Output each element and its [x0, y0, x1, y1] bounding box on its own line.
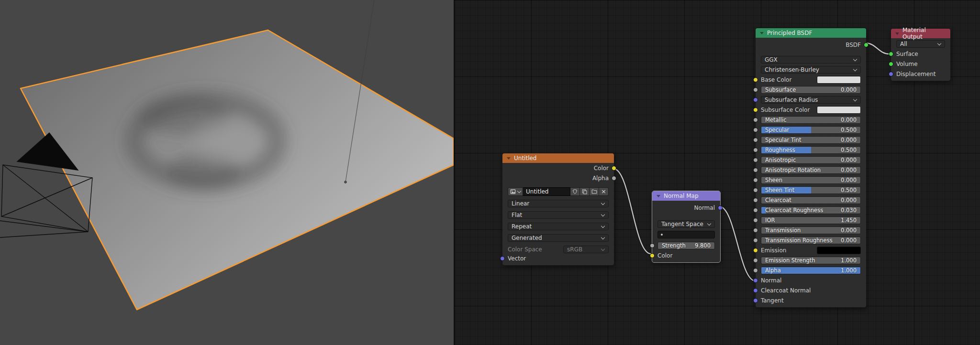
color-swatch-subsurface-color[interactable]: [817, 106, 861, 114]
image-texture-node-header[interactable]: Untitled: [502, 153, 614, 163]
normal-map-node-header[interactable]: Normal Map: [652, 191, 720, 201]
slider-emission-strength[interactable]: Emission Strength1.000: [761, 257, 861, 264]
slider-specular[interactable]: Specular0.500: [761, 126, 861, 134]
slider-specular-tint[interactable]: Specular Tint0.000: [761, 136, 861, 144]
input-label: Displacement: [896, 71, 936, 77]
value-socket[interactable]: [753, 138, 758, 142]
chevron-down-icon: [601, 225, 605, 228]
color-socket[interactable]: [753, 77, 758, 82]
material-output-node[interactable]: Material Output All SurfaceVolumeDisplac…: [891, 28, 951, 81]
value-socket[interactable]: [753, 218, 758, 223]
slider-roughness[interactable]: Roughness0.500: [761, 146, 861, 154]
collapse-icon[interactable]: [895, 32, 899, 35]
slider-value: 0.500: [841, 147, 857, 153]
value-socket[interactable]: [753, 87, 758, 92]
dropdown-subsurface-radius[interactable]: Subsurface Radius: [761, 96, 861, 104]
color-socket[interactable]: [650, 253, 655, 258]
dropdown-repeat[interactable]: Repeat: [508, 223, 609, 230]
value-socket[interactable]: [753, 238, 758, 243]
slider-anisotropic-rotation[interactable]: Anisotropic Rotation0.000: [761, 166, 861, 174]
shader-socket[interactable]: [889, 62, 893, 66]
value-socket[interactable]: [753, 208, 758, 213]
shield-icon: [572, 189, 578, 194]
slider-sheen-tint[interactable]: Sheen Tint0.500: [761, 186, 861, 194]
slider-sheen[interactable]: Sheen0.000: [761, 176, 861, 184]
slider-anisotropic[interactable]: Anisotropic0.000: [761, 156, 861, 164]
vector-socket[interactable]: [500, 256, 505, 261]
shader-socket[interactable]: [889, 52, 893, 56]
color-socket[interactable]: [753, 108, 758, 112]
value-socket[interactable]: [753, 118, 758, 122]
principled-bsdf-node[interactable]: Principled BSDF BSDF GGXChristensen-Burl…: [755, 28, 867, 308]
dropdown-flat[interactable]: Flat: [508, 211, 609, 219]
slider-ior[interactable]: IOR1.450: [761, 216, 861, 224]
value-socket[interactable]: [650, 243, 655, 248]
fake-user-button[interactable]: [570, 187, 580, 196]
collapse-icon[interactable]: [657, 195, 660, 197]
input-label: Normal: [761, 277, 781, 284]
collapse-icon[interactable]: [507, 157, 511, 160]
3d-viewport[interactable]: [0, 0, 454, 345]
slider-value: 0.000: [841, 237, 857, 244]
dropdown-christensen-burley[interactable]: Christensen-Burley: [761, 66, 861, 74]
vector-socket[interactable]: [753, 288, 758, 293]
principled-row-metallic: Metallic0.000: [756, 115, 866, 125]
open-image-button[interactable]: [590, 187, 599, 196]
unlink-image-button[interactable]: ×: [599, 187, 609, 196]
principled-row-ior: IOR1.450: [756, 215, 866, 225]
color-socket[interactable]: [612, 166, 616, 171]
image-browse-button[interactable]: [508, 187, 523, 196]
value-socket[interactable]: [753, 268, 758, 273]
value-socket[interactable]: [612, 176, 616, 181]
normal-output-row: Normal: [652, 203, 720, 213]
slider-transmission-roughness[interactable]: Transmission Roughness0.000: [761, 237, 861, 244]
duplicate-image-button[interactable]: [580, 187, 590, 196]
color-socket[interactable]: [753, 248, 758, 253]
principled-row-anisotropic-rotation: Anisotropic Rotation0.000: [756, 165, 866, 175]
value-socket[interactable]: [753, 158, 758, 162]
vector-socket[interactable]: [753, 278, 758, 283]
value-socket[interactable]: [753, 128, 758, 132]
normal-map-space-dropdown[interactable]: Tangent Space: [657, 220, 715, 228]
value-socket[interactable]: [753, 198, 758, 203]
vector-socket[interactable]: [753, 298, 758, 303]
value-socket[interactable]: [753, 178, 758, 183]
image-name-field[interactable]: Untitled: [523, 187, 570, 196]
uv-map-field[interactable]: [657, 231, 715, 238]
chevron-down-icon: [601, 248, 605, 251]
shader-socket[interactable]: [864, 43, 869, 47]
normal-map-node[interactable]: Normal Map Normal Tangent Space Strength…: [652, 191, 721, 263]
value-socket[interactable]: [753, 188, 758, 193]
slider-alpha[interactable]: Alpha1.000: [761, 267, 861, 274]
output-label: Color: [594, 165, 609, 172]
chevron-down-icon: [937, 42, 941, 46]
vector-socket[interactable]: [718, 205, 723, 210]
slider-metallic[interactable]: Metallic0.000: [761, 116, 861, 124]
collapse-icon[interactable]: [760, 32, 764, 34]
output-label: Alpha: [592, 175, 609, 182]
value-socket[interactable]: [753, 148, 758, 152]
input-label: Clearcoat Normal: [761, 287, 811, 294]
color-space-dropdown[interactable]: sRGB: [563, 246, 609, 253]
color-swatch-base-color[interactable]: [817, 76, 861, 84]
dropdown-generated[interactable]: Generated: [508, 234, 609, 242]
dropdown-linear[interactable]: Linear: [508, 200, 609, 207]
dropdown-ggx[interactable]: GGX: [761, 56, 861, 64]
output-target-dropdown[interactable]: All: [896, 40, 945, 48]
material-output-node-header[interactable]: Material Output: [891, 29, 950, 38]
slider-subsurface[interactable]: Subsurface0.000: [761, 86, 861, 94]
input-label: Tangent: [761, 297, 784, 304]
value-socket[interactable]: [753, 168, 758, 172]
principled-row-transmission-roughness: Transmission Roughness0.000: [756, 235, 866, 245]
vector-socket[interactable]: [753, 97, 758, 102]
value-socket[interactable]: [753, 228, 758, 233]
color-swatch-emission[interactable]: [817, 247, 861, 254]
strength-slider[interactable]: Strength 9.800: [657, 242, 715, 249]
slider-transmission[interactable]: Transmission0.000: [761, 226, 861, 234]
slider-clearcoat-roughness[interactable]: Clearcoat Roughness0.030: [761, 206, 861, 214]
image-texture-node[interactable]: Untitled ColorAlpha Untitled: [502, 153, 614, 266]
vector-socket[interactable]: [889, 72, 893, 76]
principled-bsdf-node-header[interactable]: Principled BSDF: [756, 28, 866, 38]
slider-clearcoat[interactable]: Clearcoat0.000: [761, 196, 861, 204]
value-socket[interactable]: [753, 258, 758, 263]
